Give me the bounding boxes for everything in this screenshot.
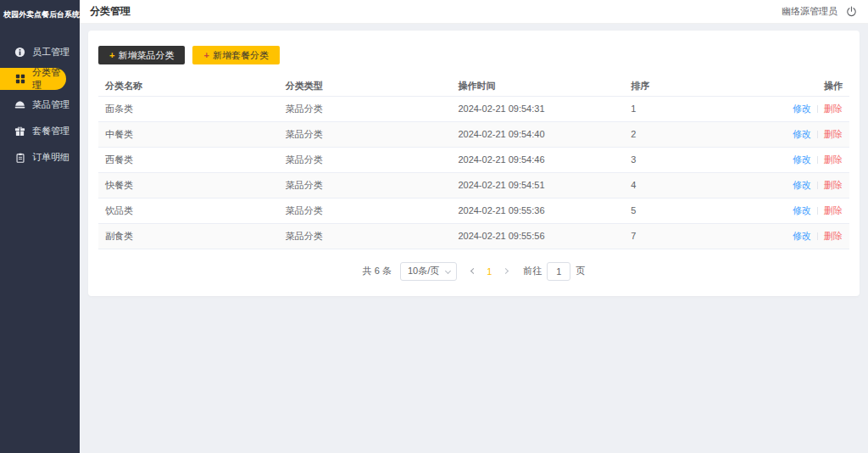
delete-link[interactable]: 删除 xyxy=(824,103,843,114)
content-area: + 新增菜品分类 + 新增套餐分类 分类名称 分类类型 操作时间 排序 操作 xyxy=(80,24,868,303)
category-table: 分类名称 分类类型 操作时间 排序 操作 面条类 菜品分类 2024-02-21… xyxy=(98,76,849,249)
column-header-actions: 操作 xyxy=(744,76,849,96)
sidebar-item-combos[interactable]: 套餐管理 xyxy=(0,118,80,144)
sidebar-item-employees[interactable]: 员工管理 xyxy=(0,39,80,65)
chevron-left-icon xyxy=(470,268,476,274)
action-divider xyxy=(817,182,818,189)
edit-link[interactable]: 修改 xyxy=(793,154,811,165)
cell-category-name: 西餐类 xyxy=(98,147,279,172)
add-dish-category-label: 新增菜品分类 xyxy=(118,49,174,62)
sidebar: 校园外卖点餐后台系统 员工管理 分类管理 菜品管理 套餐管理 xyxy=(0,0,80,453)
action-divider xyxy=(817,207,818,215)
action-divider xyxy=(817,232,818,240)
chevron-right-icon xyxy=(503,268,509,274)
cell-operation-time: 2024-02-21 09:55:36 xyxy=(451,198,624,223)
cell-category-name: 面条类 xyxy=(98,96,279,121)
sidebar-item-label: 员工管理 xyxy=(32,46,70,59)
combo-gift-icon xyxy=(14,126,25,137)
plus-icon: + xyxy=(109,50,114,60)
cell-category-name: 饮品类 xyxy=(98,198,279,223)
user-info-icon xyxy=(14,47,25,58)
goto-label: 前往 xyxy=(523,265,542,277)
goto-page-input[interactable] xyxy=(547,262,570,281)
action-divider xyxy=(817,105,818,113)
delete-link[interactable]: 删除 xyxy=(824,154,843,165)
sidebar-item-dishes[interactable]: 菜品管理 xyxy=(0,92,80,118)
add-combo-category-button[interactable]: + 新增套餐分类 xyxy=(192,46,279,64)
cell-category-name: 副食类 xyxy=(98,223,279,249)
column-header-time: 操作时间 xyxy=(451,76,624,96)
sidebar-item-label: 套餐管理 xyxy=(32,125,70,137)
edit-link[interactable]: 修改 xyxy=(793,205,811,215)
topbar: 分类管理 幽络源管理员 xyxy=(80,0,868,24)
delete-link[interactable]: 删除 xyxy=(824,180,843,190)
page-size-value: 10条/页 xyxy=(408,265,439,277)
grid-icon xyxy=(14,73,25,84)
current-page[interactable]: 1 xyxy=(481,266,498,277)
table-row: 快餐类 菜品分类 2024-02-21 09:54:51 4 修改删除 xyxy=(98,172,849,198)
total-count: 共 6 条 xyxy=(363,265,392,277)
cell-operation-time: 2024-02-21 09:54:51 xyxy=(451,172,624,198)
order-list-icon xyxy=(14,152,25,163)
cell-sort: 1 xyxy=(624,96,744,121)
cell-category-name: 中餐类 xyxy=(98,121,279,147)
cell-category-type: 菜品分类 xyxy=(279,121,452,147)
cell-sort: 7 xyxy=(624,223,744,249)
cell-sort: 2 xyxy=(624,121,744,147)
sidebar-item-orders[interactable]: 订单明细 xyxy=(0,144,80,171)
table-row: 副食类 菜品分类 2024-02-21 09:55:56 7 修改删除 xyxy=(98,223,849,249)
add-dish-category-button[interactable]: + 新增菜品分类 xyxy=(98,46,185,64)
next-page-button[interactable] xyxy=(498,262,513,281)
cell-operation-time: 2024-02-21 09:54:40 xyxy=(451,121,624,147)
edit-link[interactable]: 修改 xyxy=(793,231,811,241)
cell-category-type: 菜品分类 xyxy=(279,147,452,172)
column-header-type: 分类类型 xyxy=(279,76,452,96)
cell-category-type: 菜品分类 xyxy=(279,223,452,249)
pagination: 共 6 条 10条/页 1 前往 页 xyxy=(98,249,849,296)
sidebar-item-label: 菜品管理 xyxy=(32,98,70,111)
dish-icon xyxy=(14,99,25,110)
edit-link[interactable]: 修改 xyxy=(793,103,811,114)
cell-category-name: 快餐类 xyxy=(98,172,279,198)
sidebar-item-categories[interactable]: 分类管理 xyxy=(0,68,66,90)
page-size-select[interactable]: 10条/页 xyxy=(400,262,457,281)
cell-sort: 5 xyxy=(624,198,744,223)
cell-sort: 3 xyxy=(624,147,744,172)
table-row: 中餐类 菜品分类 2024-02-21 09:54:40 2 修改删除 xyxy=(98,121,849,147)
chevron-down-icon xyxy=(445,267,451,273)
delete-link[interactable]: 删除 xyxy=(824,129,843,139)
delete-link[interactable]: 删除 xyxy=(824,205,843,215)
toolbar: + 新增菜品分类 + 新增套餐分类 xyxy=(98,46,849,64)
username: 幽络源管理员 xyxy=(782,5,837,18)
cell-sort: 4 xyxy=(624,172,744,198)
table-row: 面条类 菜品分类 2024-02-21 09:54:31 1 修改删除 xyxy=(98,96,849,121)
cell-category-type: 菜品分类 xyxy=(279,172,452,198)
table-row: 饮品类 菜品分类 2024-02-21 09:55:36 5 修改删除 xyxy=(98,198,849,223)
plus-icon: + xyxy=(203,50,209,60)
edit-link[interactable]: 修改 xyxy=(793,180,811,190)
delete-link[interactable]: 删除 xyxy=(824,231,843,241)
table-row: 西餐类 菜品分类 2024-02-21 09:54:46 3 修改删除 xyxy=(98,147,849,172)
power-logout-icon[interactable] xyxy=(846,6,858,18)
main-area: 分类管理 幽络源管理员 + 新增菜品分类 + 新增套餐分类 xyxy=(80,0,868,453)
cell-operation-time: 2024-02-21 09:54:31 xyxy=(451,96,624,121)
sidebar-nav: 员工管理 分类管理 菜品管理 套餐管理 订单明细 xyxy=(0,39,80,171)
category-management-card: + 新增菜品分类 + 新增套餐分类 分类名称 分类类型 操作时间 排序 操作 xyxy=(88,31,860,296)
prev-page-button[interactable] xyxy=(465,262,481,281)
cell-operation-time: 2024-02-21 09:54:46 xyxy=(451,147,624,172)
action-divider xyxy=(817,131,818,138)
app-logo: 校园外卖点餐后台系统 xyxy=(0,0,80,20)
sidebar-item-label: 订单明细 xyxy=(32,151,70,164)
topbar-right: 幽络源管理员 xyxy=(782,5,858,18)
add-combo-category-label: 新增套餐分类 xyxy=(213,49,269,62)
page-unit-label: 页 xyxy=(576,265,585,277)
cell-category-type: 菜品分类 xyxy=(279,96,452,121)
table-header-row: 分类名称 分类类型 操作时间 排序 操作 xyxy=(98,76,849,96)
cell-category-type: 菜品分类 xyxy=(279,198,452,223)
column-header-name: 分类名称 xyxy=(98,76,279,96)
action-divider xyxy=(817,156,818,164)
cell-operation-time: 2024-02-21 09:55:56 xyxy=(451,223,624,249)
edit-link[interactable]: 修改 xyxy=(793,129,811,139)
column-header-sort: 排序 xyxy=(624,76,744,96)
sidebar-item-label: 分类管理 xyxy=(32,66,66,92)
